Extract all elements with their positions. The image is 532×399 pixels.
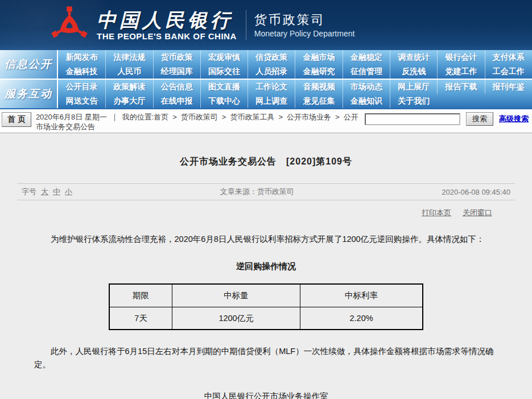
nav-row-2: 金融科技人民币经理国库国际交往人员招录金融研究征信管理反洗钱党建工作工会工作 — [58, 64, 532, 79]
article-signature: 中国人民银行公开市场业务操作室 — [17, 391, 515, 399]
article-paragraph-1: 为维护银行体系流动性合理充裕，2020年6月8日人民银行以利率招标方式开展了12… — [34, 233, 498, 245]
breadcrumb: 2020年6月8日 星期一｜我的位置:首页>货币政策司>货币政策工具>公开市场业… — [36, 111, 360, 131]
nav-item[interactable]: 国际交往 — [200, 64, 248, 79]
nav-section-service-interaction[interactable]: 服务互动 — [0, 80, 57, 108]
font-size-control: 字号大中小 — [22, 187, 72, 197]
operation-table-title: 逆回购操作情况 — [17, 261, 515, 272]
page-actions: 打印本页 关闭窗口 — [17, 200, 515, 218]
search-button[interactable]: 搜索 — [466, 112, 493, 126]
nav-item[interactable]: 金融研究 — [295, 64, 342, 79]
nav-row-1: 新闻发布法律法规货币政策宏观审慎信贷政策金融市场金融稳定调查统计银行会计支付体系 — [58, 50, 532, 64]
nav-group-service: 公开目录政策解读公告信息图文直播工作论文音频视频市场动态网上展厅报告下载报刊年鉴… — [58, 80, 532, 108]
bank-name-cn: 中国人民银行 — [97, 10, 237, 30]
nav-item[interactable]: 宏观审慎 — [200, 50, 248, 64]
article-paragraph-2: 此外，人民银行将于6月15日左右对本月到期的中期借贷便利（MLF）一次性续做，具… — [34, 345, 498, 371]
nav-item[interactable]: 金融科技 — [58, 64, 105, 79]
nav-item[interactable]: 金融稳定 — [343, 50, 390, 64]
nav-row-4: 网送文告办事大厅在线申报下载中心网上调查意见征集金融知识关于我们 — [58, 94, 532, 108]
breadcrumb-bar: 首 页 2020年6月8日 星期一｜我的位置:首页>货币政策司>货币政策工具>公… — [0, 109, 532, 133]
font-size-label: 字号 — [22, 187, 36, 197]
nav-item[interactable]: 网上调查 — [248, 94, 295, 108]
nav-item[interactable]: 金融市场 — [295, 50, 342, 64]
nav-item[interactable]: 意见征集 — [295, 94, 342, 108]
nav-item[interactable]: 金融知识 — [343, 94, 390, 108]
breadcrumb-pipe-separator: ｜ — [111, 113, 118, 121]
home-button[interactable]: 首 页 — [2, 112, 31, 127]
article-meta-row: 字号大中小 文章来源：货币政策司 2020-06-08 09:45:40 — [17, 183, 515, 200]
nav-item[interactable]: 人民币 — [105, 64, 152, 79]
breadcrumb-separator: > — [172, 113, 177, 121]
nav-section-info-disclosure[interactable]: 信息公开 — [0, 50, 57, 79]
nav-item[interactable]: 音频视频 — [295, 80, 342, 94]
table-header-cell: 中标利率 — [300, 284, 423, 307]
nav-item[interactable]: 办事大厅 — [105, 94, 152, 108]
nav-item[interactable]: 反洗钱 — [390, 64, 437, 79]
nav-item[interactable]: 公开目录 — [58, 80, 105, 94]
header-divider — [246, 10, 246, 40]
breadcrumb-location-prefix[interactable]: 我的位置:首页 — [122, 113, 169, 121]
table-cell: 2.20% — [300, 307, 423, 330]
nav-item[interactable]: 市场动态 — [343, 80, 390, 94]
nav-item[interactable]: 征信管理 — [343, 64, 390, 79]
font-size-link[interactable]: 小 — [65, 187, 72, 197]
article-datetime: 2020-06-08 09:45:40 — [442, 188, 510, 196]
table-header-cell: 期限 — [109, 284, 172, 307]
breadcrumb-link[interactable]: 货币政策司 — [181, 113, 218, 121]
print-page-link[interactable]: 打印本页 — [422, 208, 451, 218]
article-source: 文章来源：货币政策司 — [220, 187, 294, 197]
nav-item[interactable]: 图文直播 — [200, 80, 248, 94]
advanced-search-link[interactable]: 高级搜索 — [499, 114, 529, 124]
pboc-logo-icon — [50, 5, 89, 46]
nav-item[interactable]: 报告下载 — [437, 80, 484, 94]
table-header-cell: 中标量 — [172, 284, 300, 307]
nav-item[interactable]: 在线申报 — [153, 94, 200, 108]
font-size-link[interactable]: 大 — [41, 187, 48, 197]
breadcrumb-separator: > — [335, 113, 340, 121]
nav-item[interactable]: 法律法规 — [105, 50, 152, 64]
nav-item[interactable]: 工会工作 — [485, 64, 532, 79]
site-header: 中国人民银行 THE PEOPLE'S BANK OF CHINA 货币政策司 … — [0, 0, 532, 50]
article-title: 公开市场业务交易公告 [2020]第109号 — [17, 156, 515, 168]
nav-item[interactable]: 信贷政策 — [248, 50, 295, 64]
table-cell: 1200亿元 — [172, 307, 300, 330]
nav-item[interactable]: 政策解读 — [105, 80, 152, 94]
nav-item[interactable]: 公告信息 — [153, 80, 200, 94]
nav-row-3: 公开目录政策解读公告信息图文直播工作论文音频视频市场动态网上展厅报告下载报刊年鉴 — [58, 80, 532, 94]
table-row: 7天1200亿元2.20% — [109, 307, 423, 330]
nav-item[interactable]: 网送文告 — [58, 94, 105, 108]
bank-name-en: THE PEOPLE'S BANK OF CHINA — [97, 31, 237, 41]
breadcrumb-link[interactable]: 货币政策工具 — [230, 113, 274, 121]
table-cell: 7天 — [109, 307, 172, 330]
breadcrumb-link[interactable]: 公开市场业务 — [287, 113, 331, 121]
nav-item[interactable]: 货币政策 — [153, 50, 200, 64]
nav-item[interactable]: 网上展厅 — [390, 80, 437, 94]
table-header-row: 期限中标量中标利率 — [109, 284, 423, 307]
close-window-link[interactable]: 关闭窗口 — [463, 208, 492, 218]
breadcrumb-date: 2020年6月8日 星期一 — [36, 113, 107, 121]
article-content: 公开市场业务交易公告 [2020]第109号 字号大中小 文章来源：货币政策司 … — [0, 156, 532, 399]
nav-group-info: 新闻发布法律法规货币政策宏观审慎信贷政策金融市场金融稳定调查统计银行会计支付体系… — [58, 50, 532, 79]
reverse-repo-table: 期限中标量中标利率 7天1200亿元2.20% — [109, 283, 423, 330]
font-size-link[interactable]: 中 — [53, 187, 60, 197]
nav-item[interactable]: 经理国库 — [153, 64, 200, 79]
nav-item[interactable]: 下载中心 — [200, 94, 248, 108]
nav-item[interactable]: 调查统计 — [390, 50, 437, 64]
nav-item[interactable]: 银行会计 — [437, 50, 484, 64]
breadcrumb-separator: > — [278, 113, 283, 121]
nav-item[interactable]: 党建工作 — [437, 64, 484, 79]
department-name-cn: 货币政策司 — [254, 13, 355, 27]
nav-item[interactable]: 人员招录 — [248, 64, 295, 79]
main-navigation: 信息公开 服务互动 新闻发布法律法规货币政策宏观审慎信贷政策金融市场金融稳定调查… — [0, 50, 532, 109]
breadcrumb-separator: > — [222, 113, 226, 121]
nav-item[interactable]: 关于我们 — [390, 94, 437, 108]
nav-item[interactable]: 新闻发布 — [58, 50, 105, 64]
nav-item[interactable]: 支付体系 — [485, 50, 532, 64]
search-input[interactable] — [365, 113, 460, 125]
nav-item[interactable]: 报刊年鉴 — [485, 80, 532, 94]
department-name-en: Monetary Policy Department — [254, 29, 355, 38]
nav-item[interactable]: 工作论文 — [248, 80, 295, 94]
